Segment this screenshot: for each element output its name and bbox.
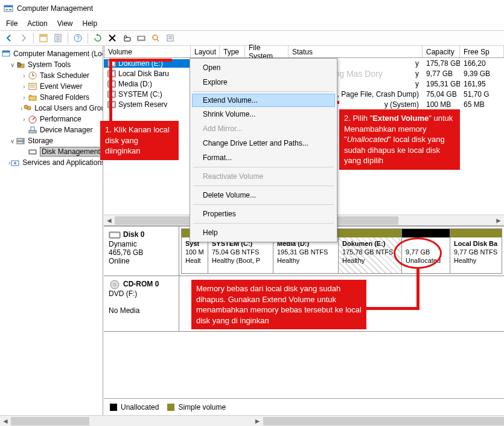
tree-storage[interactable]: ∨Storage	[0, 135, 103, 146]
ctx-open[interactable]: Open	[192, 60, 335, 75]
annotation-line-3a	[416, 268, 419, 310]
tree-disk-management-label: Disk Management	[40, 147, 102, 157]
disk-row-cdrom: CD-ROM 0 DVD (F:) No Media Memory bebas …	[104, 276, 504, 332]
svg-point-51	[113, 283, 116, 286]
properties-button[interactable]	[51, 31, 65, 45]
col-fs[interactable]: File System	[245, 46, 289, 57]
svg-rect-17	[139, 37, 144, 39]
refresh-button[interactable]	[91, 31, 104, 45]
tree-services-label: Services and Applications	[22, 158, 103, 167]
col-layout[interactable]: Layout	[191, 46, 220, 57]
search-button[interactable]	[149, 31, 162, 45]
legend: Unallocated Simple volume	[104, 398, 504, 415]
col-type[interactable]: Type	[220, 46, 245, 57]
tree-local-users-label: Local Users and Groups	[34, 104, 103, 112]
partition[interactable]: Local Disk Ba9,77 GB NTFSHealthy	[450, 228, 502, 274]
annotation-line-1b	[109, 59, 172, 62]
settings-button[interactable]	[120, 31, 133, 45]
annotation-circle	[394, 237, 442, 269]
tree-system-tools[interactable]: ∨System Tools	[0, 59, 103, 70]
title-bar: Computer Management	[0, 0, 504, 17]
disk-icon	[109, 230, 121, 240]
svg-rect-39	[31, 127, 34, 131]
svg-rect-30	[29, 83, 36, 89]
help-button[interactable]: ?	[71, 31, 85, 45]
svg-point-18	[153, 35, 158, 40]
svg-rect-2	[5, 9, 8, 10]
ctx-help[interactable]: Help	[192, 225, 335, 240]
partition[interactable]: Dokumen (E:)175,78 GB NTFSHealthy	[339, 228, 402, 274]
svg-line-19	[157, 39, 159, 41]
volume-list: Volume Layout Type File System Status Ca…	[104, 46, 504, 226]
menu-file[interactable]: File	[1, 18, 22, 29]
menu-help[interactable]: Help	[78, 18, 103, 29]
ctx-shrink-volume[interactable]: Shrink Volume...	[192, 107, 335, 121]
svg-rect-3	[9, 9, 11, 10]
annotation-3: Memory bebas dari local disk yang sudah …	[191, 280, 366, 329]
ctx-extend-volume[interactable]: Extend Volume...	[192, 94, 335, 107]
context-menu: Open Explore Extend Volume... Shrink Vol…	[190, 58, 337, 242]
tree-root[interactable]: Computer Management (Local	[0, 48, 103, 59]
tree-task-scheduler[interactable]: ›Task Scheduler	[0, 70, 103, 81]
svg-text:?: ?	[76, 35, 80, 42]
tree-event-viewer-label: Event Viewer	[40, 82, 82, 91]
annotation-line-1a	[109, 59, 112, 122]
forward-button[interactable]	[17, 31, 30, 45]
grid-scroll-left[interactable]: ◄	[104, 215, 115, 225]
svg-rect-24	[2, 51, 10, 53]
tree-local-users[interactable]: ›Local Users and Groups	[0, 103, 103, 114]
ctx-delete-volume[interactable]: Delete Volume...	[192, 188, 335, 202]
mmc-icon	[4, 4, 13, 13]
tree-task-scheduler-label: Task Scheduler	[40, 71, 89, 80]
tree-shared-folders[interactable]: ›Shared Folders	[0, 92, 103, 103]
tree-performance-label: Performance	[40, 115, 81, 123]
hscroll-right[interactable]: ►	[252, 416, 263, 426]
ctx-format[interactable]: Format...	[192, 150, 335, 165]
menu-action[interactable]: Action	[22, 18, 52, 29]
tree-system-tools-label: System Tools	[28, 60, 71, 69]
tree-event-viewer[interactable]: ›Event Viewer	[0, 81, 103, 92]
nav-tree[interactable]: Computer Management (Local ∨System Tools…	[0, 46, 103, 415]
col-status[interactable]: Status	[289, 46, 423, 57]
tree-disk-management[interactable]: Disk Management	[0, 146, 103, 157]
ctx-reactivate-volume: Reactivate Volume	[192, 169, 335, 184]
svg-rect-33	[29, 96, 36, 100]
svg-rect-45	[30, 151, 35, 153]
tree-device-manager-label: Device Manager	[40, 126, 92, 134]
ctx-properties[interactable]: Properties	[192, 207, 335, 221]
ctx-change-drive-letter[interactable]: Change Drive Letter and Paths...	[192, 136, 335, 150]
cdrom-header: CD-ROM 0 DVD (F:) No Media	[104, 276, 179, 331]
tree-storage-label: Storage	[28, 137, 53, 145]
cdrom-icon	[109, 280, 121, 289]
menu-bar: File Action View Help	[0, 17, 504, 30]
legend-simple-volume: Simple volume	[167, 403, 226, 411]
col-free[interactable]: Free Sp	[460, 46, 504, 57]
svg-point-15	[124, 36, 127, 38]
annotation-2: 2. Pilih "Extend Volume" untuk Menambahk…	[339, 109, 460, 170]
svg-point-43	[22, 142, 24, 143]
disk0-header: Disk 0 Dynamic 465,76 GB Online	[104, 227, 179, 276]
col-capacity[interactable]: Capacity	[423, 46, 460, 57]
legend-unallocated: Unallocated	[110, 403, 159, 411]
ctx-explore[interactable]: Explore	[192, 75, 335, 89]
tree-performance[interactable]: ›Performance	[0, 114, 103, 124]
hscroll-thumb-right[interactable]	[263, 417, 505, 425]
drive-button[interactable]	[135, 31, 148, 45]
tree-device-manager[interactable]: Device Manager	[0, 124, 103, 135]
view-button[interactable]	[37, 31, 50, 45]
svg-rect-20	[167, 35, 173, 41]
tree-services[interactable]: ›Services and Applications	[0, 157, 103, 168]
svg-rect-1	[4, 5, 13, 7]
back-button[interactable]	[2, 31, 16, 45]
annotation-1: 1. Klik Kanan local disk yang diinginkan	[100, 121, 179, 160]
menu-view[interactable]: View	[53, 18, 78, 29]
disk-layout-pane: Disk 0 Dynamic 465,76 GB Online Syst100 …	[104, 226, 504, 415]
col-volume[interactable]: Volume	[104, 46, 191, 57]
grid-scroll-right[interactable]: ►	[493, 215, 504, 225]
x-button[interactable]	[106, 31, 119, 45]
list-button[interactable]	[164, 31, 177, 45]
hscroll-thumb-left[interactable]	[11, 417, 89, 425]
window-title: Computer Management	[17, 4, 93, 13]
hscroll-left[interactable]: ◄	[0, 416, 11, 426]
svg-point-35	[27, 106, 31, 110]
